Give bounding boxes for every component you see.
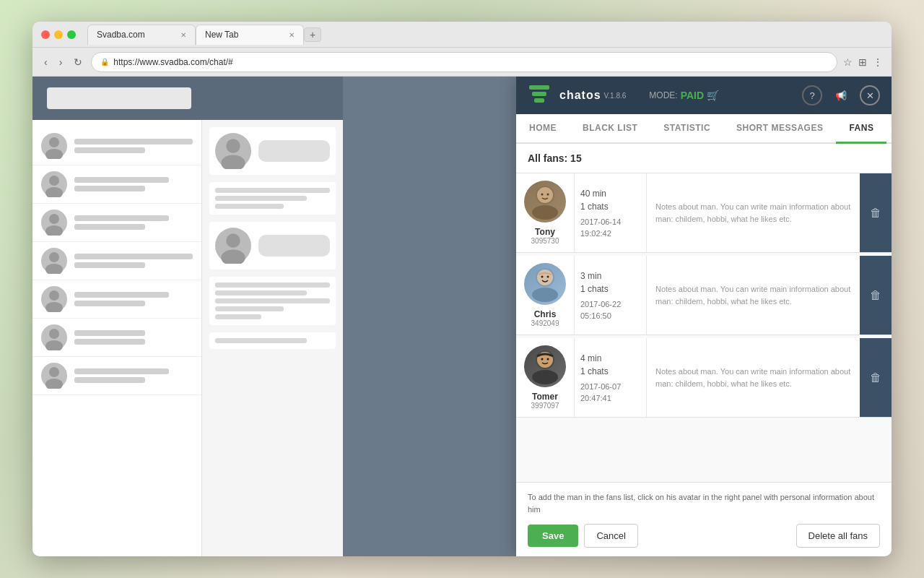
tab-home[interactable]: HOME [516,114,570,144]
chat-header-item [209,127,336,175]
list-item[interactable] [32,165,201,204]
page-left [32,77,343,556]
notification-button[interactable]: 📢 [831,85,851,105]
fan-tomer-notes[interactable]: Notes about man. You can write main info… [646,338,860,417]
chat-bubble-2 [209,277,336,325]
logo-bar-3 [534,98,544,103]
tab-newtab-close[interactable]: ✕ [289,31,295,39]
fans-content: All fans: 15 [516,144,892,482]
svg-point-11 [45,340,63,350]
close-traffic-light[interactable] [41,30,50,39]
list-item[interactable] [32,242,201,280]
svg-point-9 [45,302,63,312]
avatar [41,210,67,236]
fan-card-tomer: Tomer 3997097 4 min 1 chats 2017-06-07 2… [516,338,892,418]
fan-tomer-id: 3997097 [531,402,559,410]
tab-blacklist[interactable]: BLACK LIST [570,114,650,144]
chatos-logo-icon [528,85,551,105]
fan-tomer-time: 4 min [580,353,640,363]
chat-bubble-3 [209,332,336,349]
list-item[interactable] [32,357,201,395]
svg-point-1 [45,149,63,159]
tab-newtab-label: New Tab [205,30,238,40]
fan-stats-chris: 3 min 1 chats 2017-06-22 05:16:50 [574,256,646,335]
fan-tomer-date: 2017-06-07 [580,382,640,391]
fan-avatar-tomer[interactable] [524,345,566,387]
svg-point-21 [541,194,544,196]
menu-icon[interactable]: ⋮ [873,56,883,68]
bookmark-icon[interactable]: ☆ [843,56,853,68]
maximize-traffic-light[interactable] [67,30,76,39]
chatos-popup: chatos V.1.8.6 MODE: PAID 🛒 ? 📢 ✕ [516,77,892,556]
back-button[interactable]: ‹ [41,53,51,71]
fan-chris-notes[interactable]: Notes about man. You can write main info… [646,256,860,335]
fan-stats-tony: 40 min 1 chats 2017-06-14 19:02:42 [574,173,646,252]
delete-icon-chris: 🗑 [870,289,881,302]
tab-svadba-close[interactable]: ✕ [180,31,186,39]
footer-buttons: Save Cancel Delete all fans [528,524,880,548]
text-lines [74,254,193,268]
svg-point-19 [532,205,558,220]
avatar [41,363,67,389]
fan-tony-delete[interactable]: 🗑 [860,173,892,252]
avatar [41,171,67,197]
mode-label: MODE: [649,90,677,100]
address-bar[interactable]: 🔒 https://www.svadba.com/chat/# [91,52,837,72]
tab-fans[interactable]: FANS [836,114,886,144]
new-tab-button[interactable]: + [304,27,321,42]
avatar [41,286,67,312]
chat-bubble [209,182,336,215]
fan-chris-time2: 05:16:50 [580,311,640,320]
fan-tony-notes[interactable]: Notes about man. You can write main info… [646,173,860,252]
logo-bar-1 [529,85,549,90]
text-lines [74,330,193,345]
save-button[interactable]: Save [528,525,578,547]
chatos-header: chatos V.1.8.6 MODE: PAID 🛒 ? 📢 ✕ [516,77,892,114]
svg-point-27 [547,276,549,278]
list-item[interactable] [32,204,201,242]
fan-card-tony: Tony 3095730 40 min 1 chats 2017-06-14 1… [516,173,892,253]
text-lines [74,215,193,230]
reload-button[interactable]: ↻ [71,53,85,71]
fan-tony-time2: 19:02:42 [580,229,640,238]
list-item[interactable] [32,319,201,357]
browser-tabs: Svadba.com ✕ New Tab ✕ + [87,25,883,45]
svg-point-22 [547,194,549,196]
close-button[interactable]: ✕ [860,85,880,105]
tab-shortmessages[interactable]: SHORT MESSAGES [723,114,836,144]
svg-point-2 [49,176,59,186]
browser-actions: ☆ ⊞ ⋮ [843,56,883,68]
chatos-version: V.1.8.6 [604,92,627,100]
fan-tomer-time2: 20:47:41 [580,394,640,402]
fan-tony-name: Tony [535,227,555,237]
fan-tomer-delete[interactable]: 🗑 [860,338,892,417]
extensions-icon[interactable]: ⊞ [858,56,867,68]
svg-point-8 [49,290,59,301]
delete-all-button[interactable]: Delete all fans [796,524,880,548]
tab-statistic[interactable]: STATISTIC [650,114,723,144]
fan-stats-tomer: 4 min 1 chats 2017-06-07 20:47:41 [574,338,646,417]
cancel-button[interactable]: Cancel [584,524,637,548]
fan-avatar-chris[interactable] [524,263,566,305]
tab-svadba[interactable]: Svadba.com ✕ [87,25,196,45]
svg-point-24 [532,288,558,302]
avatar [41,324,67,350]
fan-chris-delete[interactable]: 🗑 [860,256,892,335]
chat-avatar-2 [215,228,251,264]
page-search-box[interactable] [47,87,191,109]
minimize-traffic-light[interactable] [54,30,63,39]
fan-avatar-col-chris: Chris 3492049 [516,256,574,335]
help-button[interactable]: ? [802,85,822,105]
svg-point-31 [541,358,544,361]
svg-point-12 [49,367,59,377]
fan-avatar-tony[interactable] [524,181,566,223]
forward-button[interactable]: › [56,53,66,71]
svg-point-7 [45,264,63,274]
tab-newtab[interactable]: New Tab ✕ [196,25,304,45]
list-item[interactable] [32,280,201,319]
tab-svadba-label: Svadba.com [97,30,145,40]
svg-point-26 [541,276,544,278]
text-lines [74,368,193,383]
list-item[interactable] [32,127,201,165]
svg-point-6 [49,252,59,262]
